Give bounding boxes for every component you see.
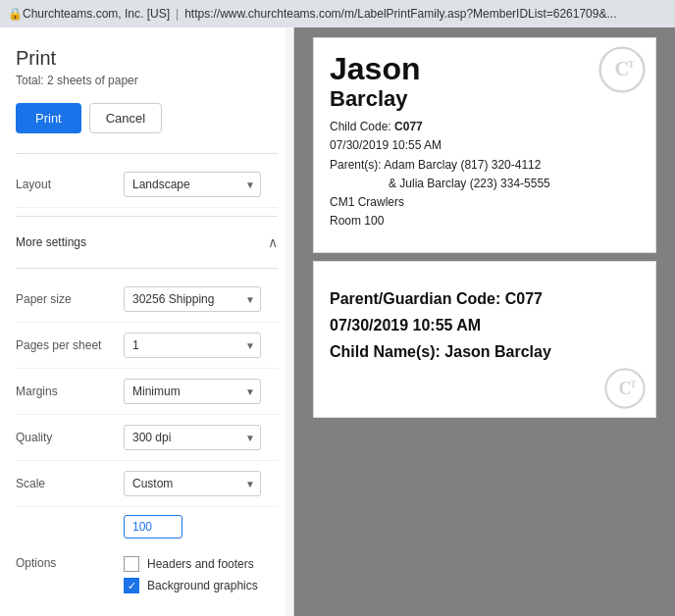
ct-logo-1: C T [598,46,646,93]
divider-2 [16,216,278,217]
label1-parents-line2: & Julia Barclay (223) 334-5555 [330,175,640,193]
pages-per-sheet-control: 1 ▼ [124,333,278,358]
title-bar: 🔒 Churchteams.com, Inc. [US] | https://w… [0,0,675,27]
main-content: Print Total: 2 sheets of paper Print Can… [0,27,675,616]
headers-footers-checkbox[interactable] [124,556,139,572]
more-settings-label: More settings [16,235,86,249]
options-section: Options Headers and footers ✓ Background… [16,539,278,609]
scale-row: Scale Custom Default ▼ [16,461,278,507]
label2-childname-label: Child Name(s): [330,343,444,360]
paper-size-control: 30256 Shipping ▼ [124,286,278,312]
label1-childcode-value: C077 [394,120,423,133]
margins-select[interactable]: Minimum [124,379,261,404]
ct-logo-2: C T [604,368,646,409]
background-graphics-option: ✓ Background graphics [124,578,258,593]
background-graphics-label: Background graphics [147,579,258,592]
layout-select[interactable]: Landscape Portrait [124,172,261,197]
layout-row: Layout Landscape Portrait ▼ [16,162,278,208]
label2-content: Parent/Guardian Code: C077 07/30/2019 10… [330,276,640,366]
pages-per-sheet-row: Pages per sheet 1 ▼ [16,323,278,369]
cancel-button[interactable]: Cancel [89,103,162,133]
quality-label: Quality [16,431,124,444]
print-panel: Print Total: 2 sheets of paper Print Can… [0,27,294,616]
lock-icon: 🔒 [8,7,23,21]
page-url: https://www.churchteams.com/m/LabelPrint… [184,7,616,21]
paper-size-select[interactable]: 30256 Shipping [124,286,261,312]
scale-control: Custom Default ▼ [124,471,278,496]
scale-select[interactable]: Custom Default [124,471,261,496]
paper-size-row: Paper size 30256 Shipping ▼ [16,277,278,323]
margins-row: Margins Minimum ▼ [16,369,278,415]
label2-childname: Child Name(s): Jason Barclay [330,338,640,365]
quality-select-wrapper: 300 dpi ▼ [124,425,261,450]
quality-control: 300 dpi ▼ [124,425,278,450]
label-card-2: Parent/Guardian Code: C077 07/30/2019 10… [313,261,656,418]
layout-control: Landscape Portrait ▼ [124,172,278,197]
margins-label: Margins [16,385,124,398]
scale-label: Scale [16,477,124,490]
label2-datetime: 07/30/2019 10:55 AM [330,312,640,338]
label1-parents-label: Parent(s): [330,158,384,172]
quality-row: Quality 300 dpi ▼ [16,415,278,461]
layout-label: Layout [16,178,124,191]
print-total: Total: 2 sheets of paper [16,74,278,87]
pages-per-sheet-select[interactable]: 1 [124,333,261,358]
quality-select[interactable]: 300 dpi [124,425,261,450]
more-settings-toggle[interactable]: More settings ∧ [16,225,278,260]
print-actions: Print Cancel [16,103,278,133]
label1-room: Room 100 [330,212,640,231]
preview-panel: C T Jason Barclay Child Code: C077 07/30… [294,27,675,616]
label2-line1: Parent/Guardian Code: C077 [330,285,640,312]
label1-parents-value: Adam Barclay (817) 320-4112 [384,158,541,172]
label1-lastname: Barclay [330,86,640,112]
separator: | [176,7,179,21]
divider-1 [16,153,278,154]
options-label: Options [16,556,124,570]
headers-footers-label: Headers and footers [147,557,254,571]
label2-guardian-value: C077 [505,290,543,307]
svg-text:T: T [628,58,636,70]
background-graphics-checkbox[interactable]: ✓ [124,578,139,593]
margins-select-wrapper: Minimum ▼ [124,379,261,404]
label1-parents: Parent(s): Adam Barclay (817) 320-4112 [330,156,640,175]
label1-group: CM1 Crawlers [330,193,640,212]
label1-datetime: 07/30/2019 10:55 AM [330,136,640,155]
paper-size-label: Paper size [16,292,124,306]
scale-input[interactable] [124,515,182,539]
label1-firstname: Jason [330,52,640,86]
paper-size-select-wrapper: 30256 Shipping ▼ [124,286,261,312]
margins-control: Minimum ▼ [124,379,278,404]
label2-childname-value: Jason Barclay [444,343,551,360]
site-name: Churchteams.com, Inc. [US] [23,7,170,21]
label1-childcode: Child Code: C077 [330,118,640,136]
scale-select-wrapper: Custom Default ▼ [124,471,261,496]
headers-footers-option: Headers and footers [124,556,258,572]
options-items: Headers and footers ✓ Background graphic… [124,556,258,599]
scrollbar[interactable] [286,27,293,616]
label-card-1: C T Jason Barclay Child Code: C077 07/30… [313,37,656,253]
svg-text:T: T [630,379,637,389]
print-title: Print [16,47,278,70]
label1-childcode-label: Child Code: [330,120,394,133]
label2-guardian-label: Parent/Guardian Code: [330,290,505,307]
chevron-up-icon: ∧ [268,234,278,250]
divider-3 [16,268,278,269]
layout-select-wrapper: Landscape Portrait ▼ [124,172,261,197]
pages-per-sheet-label: Pages per sheet [16,338,124,352]
pages-per-sheet-select-wrapper: 1 ▼ [124,333,261,358]
print-button[interactable]: Print [16,103,81,133]
